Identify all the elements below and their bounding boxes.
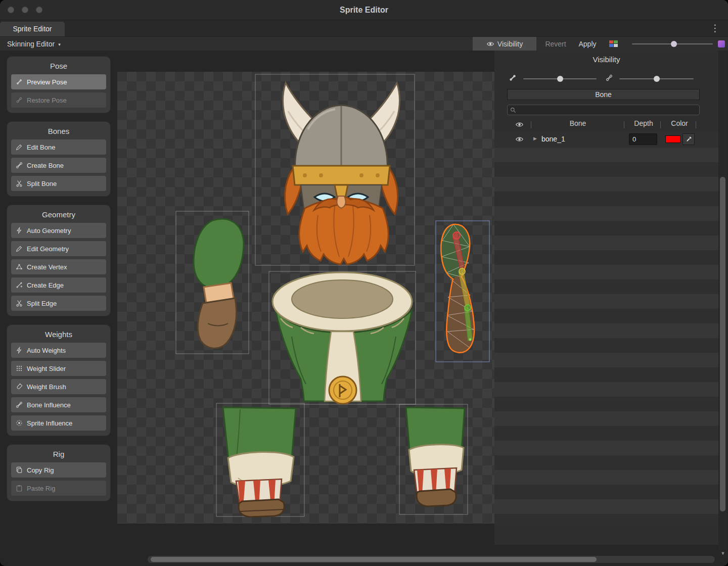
- panel-weights: Weights Auto Weights Weight Slider Weigh…: [7, 325, 110, 436]
- visibility-button[interactable]: Visibility: [473, 37, 536, 51]
- edit-bone-button[interactable]: Edit Bone: [11, 139, 106, 155]
- tab-bar: Sprite Editor ⋮: [0, 20, 728, 36]
- zoom-slider-handle[interactable]: [671, 41, 677, 47]
- split-bone-button[interactable]: Split Bone: [11, 176, 106, 191]
- bone-color-swatch[interactable]: [665, 135, 680, 143]
- button-label: Create Edge: [27, 281, 64, 289]
- paste-rig-button[interactable]: Paste Rig: [11, 481, 106, 496]
- texture-icon[interactable]: [718, 40, 725, 48]
- window-title: Sprite Editor: [0, 0, 728, 20]
- zoom-slider[interactable]: [632, 41, 713, 47]
- brush-icon: [15, 383, 23, 391]
- button-label: Split Bone: [27, 180, 57, 187]
- scissors-icon: [15, 299, 23, 307]
- sprite-rigged-arm[interactable]: [440, 224, 474, 353]
- bone-opacity-handle[interactable]: [557, 76, 563, 82]
- skinning-editor-dropdown[interactable]: Skinning Editor ▾: [4, 37, 64, 51]
- create-vertex-button[interactable]: Create Vertex: [11, 259, 106, 274]
- sprite-viking-head[interactable]: [283, 83, 399, 264]
- auto-geometry-button[interactable]: Auto Geometry: [11, 223, 106, 238]
- search-icon: [510, 107, 517, 114]
- auto-weights-button[interactable]: Auto Weights: [11, 343, 106, 358]
- create-edge-button[interactable]: Create Edge: [11, 277, 106, 293]
- panel-pose: Pose Preview Pose Restore Pose: [7, 57, 110, 113]
- bone-icon: [508, 73, 517, 82]
- restore-pose-button[interactable]: Restore Pose: [11, 92, 106, 108]
- expand-arrow-icon[interactable]: ▶: [533, 136, 537, 141]
- tool-sidebar: Pose Preview Pose Restore Pose Bones Edi…: [7, 57, 110, 501]
- column-bone[interactable]: Bone: [545, 119, 611, 127]
- title-bar: Sprite Editor: [0, 0, 728, 20]
- button-label: Edit Geometry: [27, 245, 69, 253]
- column-depth[interactable]: Depth: [627, 119, 660, 127]
- panel-title-pose: Pose: [11, 62, 106, 70]
- button-label: Preview Pose: [27, 78, 67, 86]
- scroll-down-arrow-icon[interactable]: ▼: [719, 551, 726, 556]
- copy-icon: [15, 466, 23, 474]
- sprite-editor-window: Sprite Editor Sprite Editor ⋮ Skinning E…: [0, 0, 728, 566]
- preview-pose-button[interactable]: Preview Pose: [11, 74, 106, 89]
- clipboard-icon: [15, 484, 23, 492]
- eye-icon[interactable]: [515, 135, 524, 144]
- button-label: Create Vertex: [27, 263, 67, 271]
- panel-bones: Bones Edit Bone Create Bone Split Bone: [7, 122, 110, 196]
- apply-button[interactable]: Apply: [574, 37, 601, 51]
- column-divider: [624, 121, 624, 128]
- sprite-right-leg[interactable]: [406, 407, 465, 506]
- lightning-icon: [15, 346, 23, 354]
- horizontal-scrollbar-thumb[interactable]: [151, 557, 597, 562]
- pencil-icon: [15, 143, 23, 151]
- bone-search-input[interactable]: [519, 106, 697, 114]
- column-divider: [660, 121, 661, 128]
- panel-title-weights: Weights: [11, 330, 106, 339]
- color-swatches-icon[interactable]: [609, 40, 618, 48]
- horizontal-scrollbar[interactable]: [148, 556, 715, 563]
- mesh-opacity-handle[interactable]: [654, 76, 660, 82]
- weight-slider-button[interactable]: Weight Slider: [11, 361, 106, 376]
- apply-button-label: Apply: [578, 40, 596, 48]
- sprite-influence-button[interactable]: Sprite Influence: [11, 415, 106, 431]
- bone-opacity-slider[interactable]: [523, 76, 597, 82]
- pencil-icon: [15, 245, 23, 253]
- scissors-icon: [15, 179, 23, 187]
- bone-outline-icon: [605, 73, 614, 82]
- split-edge-button[interactable]: Split Edge: [11, 296, 106, 311]
- bone-influence-button[interactable]: Bone Influence: [11, 397, 106, 412]
- bone-outline-icon: [15, 96, 23, 104]
- create-bone-button[interactable]: Create Bone: [11, 158, 106, 173]
- bone-row[interactable]: ▶ bone_1: [494, 131, 718, 147]
- bone-tab-button[interactable]: Bone: [507, 89, 700, 100]
- edge-plus-icon: [15, 281, 23, 289]
- copy-rig-button[interactable]: Copy Rig: [11, 462, 106, 478]
- sprite-canvas[interactable]: [114, 51, 494, 566]
- tab-sprite-editor[interactable]: Sprite Editor: [0, 22, 65, 36]
- lightning-icon: [15, 226, 23, 234]
- bone-name[interactable]: bone_1: [541, 135, 565, 143]
- bone-search-field[interactable]: [507, 105, 700, 115]
- revert-button-label: Revert: [545, 40, 566, 48]
- sprite-arm-mitten[interactable]: [194, 219, 244, 348]
- depth-input[interactable]: [629, 133, 657, 145]
- visibility-button-label: Visibility: [497, 40, 523, 48]
- revert-button[interactable]: Revert: [538, 37, 573, 51]
- sprite-left-leg[interactable]: [223, 407, 296, 517]
- panel-rig: Rig Copy Rig Paste Rig: [7, 445, 110, 501]
- eye-icon: [486, 40, 494, 48]
- more-options-icon[interactable]: ⋮: [710, 22, 720, 35]
- vertical-scrollbar[interactable]: [719, 51, 727, 550]
- vertical-scrollbar-thumb[interactable]: [720, 177, 725, 511]
- button-label: Weight Slider: [27, 365, 66, 372]
- sprite-torso[interactable]: [272, 272, 412, 404]
- eyedropper-button[interactable]: [682, 133, 695, 145]
- edit-geometry-button[interactable]: Edit Geometry: [11, 241, 106, 256]
- column-divider: [696, 121, 696, 128]
- column-color[interactable]: Color: [663, 119, 696, 127]
- button-label: Auto Weights: [27, 347, 66, 354]
- button-label: Edit Bone: [27, 144, 55, 151]
- button-label: Auto Geometry: [27, 227, 71, 234]
- weight-brush-button[interactable]: Weight Brush: [11, 379, 106, 394]
- button-label: Create Bone: [27, 162, 64, 169]
- mesh-opacity-slider[interactable]: [619, 76, 694, 82]
- bone-list-empty-rows: [494, 148, 718, 526]
- toolbar: Skinning Editor ▾ Visibility Revert Appl…: [0, 36, 728, 51]
